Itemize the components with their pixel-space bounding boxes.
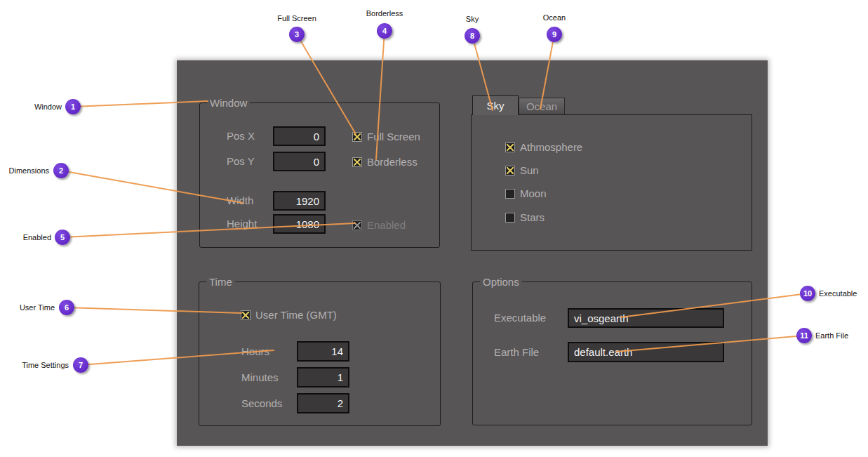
callout-label-dimensions: Dimensions: [6, 166, 49, 175]
borderless-checkbox-label: Borderless: [367, 156, 418, 168]
callout-badge-10: 10: [800, 286, 815, 301]
checkbox-box-icon: [505, 189, 515, 199]
callout-label-earth-file: Earth File: [815, 331, 848, 340]
callout-label-enabled: Enabled: [6, 233, 51, 241]
checkbox-box-icon: [505, 213, 515, 223]
user-time-checkbox-label: User Time (GMT): [255, 309, 337, 321]
width-input[interactable]: [273, 191, 326, 211]
enabled-checkbox-label: Enabled: [367, 219, 406, 231]
checkbox-box-icon: [241, 310, 251, 320]
tab-sky[interactable]: Sky: [472, 95, 519, 115]
callout-badge-1: 1: [65, 99, 81, 114]
borderless-checkbox[interactable]: Borderless: [352, 156, 418, 168]
full-screen-checkbox[interactable]: Full Screen: [352, 131, 420, 143]
stars-checkbox[interactable]: Stars: [505, 211, 545, 223]
height-input[interactable]: [273, 214, 326, 234]
pos-x-label: Pos X: [227, 126, 255, 146]
callout-label-sky: Sky: [430, 15, 514, 23]
sun-checkbox-label: Sun: [520, 164, 539, 176]
options-group: Options Executable Earth File: [472, 282, 752, 425]
seconds-label: Seconds: [241, 393, 282, 413]
checkbox-box-icon: [352, 220, 362, 230]
checkbox-box-icon: [505, 166, 515, 175]
minutes-input[interactable]: [297, 367, 349, 388]
window-group-title: Window: [207, 96, 250, 110]
callout-badge-8: 8: [465, 28, 480, 44]
seconds-input[interactable]: [297, 393, 349, 413]
minutes-label: Minutes: [241, 367, 279, 388]
hours-label: Hours: [241, 341, 269, 362]
enabled-checkbox: Enabled: [352, 219, 406, 231]
executable-label: Executable: [494, 308, 546, 328]
checkbox-box-icon: [352, 157, 362, 167]
callout-badge-6: 6: [59, 300, 74, 315]
tab-sky-label: Sky: [486, 100, 504, 112]
checkbox-box-icon: [505, 143, 515, 152]
callout-badge-9: 9: [547, 27, 562, 42]
window-group: Window Pos X Pos Y Width Height Full Scr…: [199, 102, 440, 248]
full-screen-checkbox-label: Full Screen: [367, 131, 420, 143]
stars-checkbox-label: Stars: [520, 211, 545, 223]
callout-badge-2: 2: [53, 163, 69, 178]
checkbox-box-icon: [352, 132, 362, 142]
moon-checkbox-label: Moon: [520, 187, 547, 199]
callout-label-full-screen: Full Screen: [255, 14, 339, 22]
callout-badge-11: 11: [796, 328, 812, 343]
hours-input[interactable]: [297, 341, 349, 362]
time-group-title: Time: [206, 275, 235, 289]
sun-checkbox[interactable]: Sun: [505, 164, 539, 176]
tab-ocean[interactable]: Ocean: [519, 98, 565, 115]
callout-badge-5: 5: [55, 230, 70, 245]
earth-file-label: Earth File: [494, 342, 539, 362]
callout-label-borderless: Borderless: [342, 9, 427, 18]
callout-badge-7: 7: [73, 357, 88, 373]
earth-file-input[interactable]: [568, 342, 724, 362]
tab-ocean-label: Ocean: [526, 100, 557, 112]
sky-tab-pane: Athmosphere Sun Moon Stars: [471, 114, 752, 251]
callout-label-time-settings: Time Settings: [6, 361, 69, 369]
callout-badge-3: 3: [289, 27, 305, 42]
callout-label-executable: Executable: [819, 289, 857, 298]
athmosphere-checkbox[interactable]: Athmosphere: [505, 141, 582, 153]
callout-label-window: Window: [6, 102, 62, 111]
executable-input[interactable]: [568, 308, 724, 328]
height-label: Height: [227, 214, 257, 234]
screenshot-canvas: Window Pos X Pos Y Width Height Full Scr…: [0, 0, 868, 457]
callout-label-user-time: User Time: [6, 303, 55, 312]
moon-checkbox[interactable]: Moon: [505, 187, 547, 199]
pos-x-input[interactable]: [273, 126, 326, 146]
pos-y-input[interactable]: [273, 152, 326, 171]
athmosphere-checkbox-label: Athmosphere: [520, 141, 582, 153]
callout-label-ocean: Ocean: [512, 13, 596, 22]
pos-y-label: Pos Y: [227, 152, 255, 171]
time-group: Time User Time (GMT) Hours Minutes Secon…: [199, 282, 441, 426]
callout-badge-4: 4: [377, 23, 392, 39]
options-group-title: Options: [480, 275, 522, 289]
settings-panel: Window Pos X Pos Y Width Height Full Scr…: [177, 60, 768, 446]
width-label: Width: [227, 191, 253, 211]
user-time-checkbox[interactable]: User Time (GMT): [241, 309, 337, 321]
